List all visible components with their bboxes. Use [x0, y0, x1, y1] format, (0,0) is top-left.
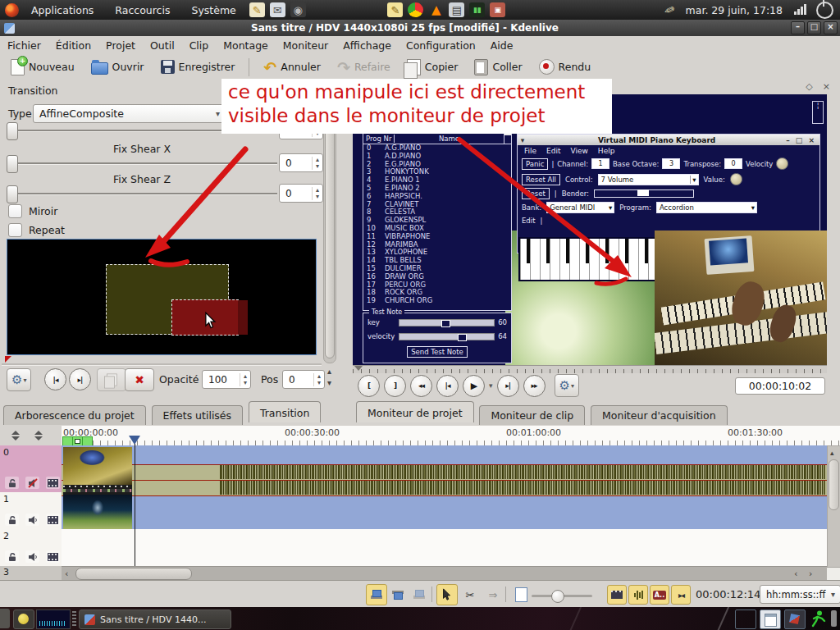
video-track-icon[interactable]	[46, 550, 60, 563]
delete-keyframe-button[interactable]: ✖	[125, 368, 154, 391]
track-header-0[interactable]: 0	[0, 445, 62, 493]
fast-forward-button[interactable]: ▸▸	[523, 375, 546, 397]
mute-icon[interactable]	[25, 477, 39, 489]
spacer-tool-button[interactable]: ⇒	[482, 584, 504, 605]
package-icon[interactable]: ▣	[490, 2, 505, 17]
timeline-properties-button[interactable]	[510, 584, 532, 605]
show-video-thumbnails-button[interactable]	[607, 585, 627, 605]
timeline-ruler[interactable]: 00:00:00:00 00:00:30:00 00:01:00:00 00:0…	[62, 426, 840, 446]
menu-montage[interactable]: Montage	[216, 37, 276, 54]
browser-icon[interactable]	[408, 2, 423, 17]
video-track-icon[interactable]	[46, 477, 60, 489]
insert-edit-button[interactable]	[387, 584, 409, 605]
redo-button[interactable]: ↷Refaire	[330, 58, 398, 76]
razor-tool-button[interactable]: ✂	[459, 584, 481, 605]
open-button[interactable]: Ouvrir	[84, 57, 152, 77]
video-track-icon[interactable]	[46, 514, 60, 526]
minimize-button[interactable]: –	[791, 21, 805, 34]
mirror-checkbox[interactable]	[8, 204, 22, 218]
add-keyframe-button[interactable]	[97, 368, 126, 391]
prev-keyframe-button[interactable]: |◂	[44, 368, 66, 390]
menu-applications[interactable]: Applications	[22, 0, 103, 20]
timecode-format-select[interactable]: hh:mm:ss::ff▾	[760, 585, 840, 604]
clock[interactable]: mar. 29 juin, 17:18	[686, 4, 783, 16]
repeat-checkbox[interactable]	[8, 223, 22, 237]
track-header-2[interactable]: 2	[0, 529, 62, 567]
printer-icon[interactable]: ▤	[449, 2, 464, 17]
tab-moniteur-clip[interactable]: Moniteur de clip	[479, 405, 585, 425]
tray-session-icon[interactable]	[809, 609, 827, 628]
save-button[interactable]: Enregistrer	[153, 57, 243, 76]
monitor-video-area[interactable]: ▾ Virtual MIDI Piano Keyboard – □ × File…	[353, 94, 827, 365]
scroll-left-icon[interactable]: ‹	[794, 568, 797, 579]
expand-tracks-icon[interactable]	[34, 431, 43, 441]
menu-projet[interactable]: Projet	[98, 37, 143, 54]
paste-button[interactable]: Coller	[467, 57, 529, 78]
snap-button[interactable]: ▸◂	[671, 585, 691, 605]
track-1-clip[interactable]	[62, 496, 827, 529]
monitor-config-button[interactable]: ⚙ ▾	[555, 374, 579, 397]
undo-button[interactable]: ↶Annuler	[256, 58, 328, 76]
system-monitor-icon[interactable]: ▮▮	[469, 2, 485, 17]
transition-scrollbar[interactable]	[323, 119, 336, 363]
set-out-button[interactable]: ]	[384, 375, 406, 397]
close-dock-icon[interactable]: ×	[823, 81, 830, 92]
track-header-1[interactable]: 1	[0, 492, 62, 530]
tab-arborescence[interactable]: Arborescence du projet	[3, 405, 146, 425]
render-button[interactable]: Rendu	[532, 57, 599, 77]
menu-affichage[interactable]: Affichage	[336, 37, 399, 54]
set-in-button[interactable]: [	[358, 375, 380, 397]
scroll-left-icon[interactable]: ‹	[65, 568, 68, 579]
distro-menu-icon[interactable]	[5, 3, 19, 17]
zone-marker[interactable]	[5, 356, 11, 363]
menu-aide[interactable]: Aide	[483, 37, 521, 54]
menu-fichier[interactable]: Fichier	[0, 37, 48, 54]
param2-slider[interactable]	[7, 155, 277, 171]
monitor-timecode[interactable]: 00:00:10:02	[735, 377, 825, 395]
power-icon[interactable]	[816, 2, 833, 19]
audio-clip-band[interactable]	[62, 464, 827, 496]
window-thumbnail[interactable]	[36, 609, 71, 629]
audio-icon[interactable]	[25, 514, 39, 526]
new-button[interactable]: +Nouveau	[3, 57, 82, 78]
menu-edition[interactable]: Édition	[48, 37, 98, 54]
maximize-button[interactable]: □	[807, 21, 821, 34]
tab-moniteur-projet[interactable]: Moniteur de projet	[356, 401, 474, 422]
menu-moniteur[interactable]: Moniteur	[276, 37, 336, 54]
play-button[interactable]: ▶	[463, 375, 485, 397]
rewind-button[interactable]: ◂◂	[410, 375, 432, 397]
window-titlebar[interactable]: Sans titre / HDV 1440x1080i 25 fps [modi…	[0, 20, 840, 36]
menu-outil[interactable]: Outil	[143, 37, 182, 54]
go-start-button[interactable]: |◂	[436, 375, 459, 397]
float-dock-icon[interactable]: ◇	[806, 81, 812, 92]
menu-clip[interactable]: Clip	[182, 37, 217, 54]
menu-raccourcis[interactable]: Raccourcis	[106, 0, 179, 20]
vlc-icon[interactable]: ▲	[428, 2, 444, 17]
insert-overwrite-button[interactable]	[366, 584, 387, 605]
tab-transition[interactable]: Transition	[249, 401, 321, 422]
transition-type-select[interactable]: AffineComposite▾	[33, 104, 226, 123]
panel-scroll-buttons[interactable]: ▴▾	[327, 367, 331, 387]
taskbar-task-kdenlive[interactable]: Sans titre / HDV 1440...	[79, 609, 231, 629]
panel-hide-button[interactable]	[0, 609, 10, 628]
lock-icon[interactable]	[5, 550, 19, 563]
lock-icon[interactable]	[5, 477, 19, 489]
timeline-vscrollbar[interactable]: ▴	[827, 445, 840, 568]
param3-spinbox[interactable]: 0 ▴▾	[279, 184, 323, 203]
close-button[interactable]: ×	[824, 21, 838, 34]
next-keyframe-button[interactable]: ▸|	[69, 368, 91, 390]
show-marker-comments-button[interactable]: A..	[650, 585, 669, 605]
opacity-spinbox[interactable]: 100 ▴▾	[202, 370, 251, 389]
select-tool-button[interactable]	[436, 584, 458, 605]
timeline-hscrollbar[interactable]: ‹ ‹ ›	[62, 566, 827, 581]
scroll-right-icon[interactable]: ›	[809, 568, 812, 579]
param2-spinbox[interactable]: 0 ▴▾	[279, 153, 323, 172]
lock-icon[interactable]	[5, 514, 19, 526]
menu-configuration[interactable]: Configuration	[399, 37, 483, 54]
network-signal-icon[interactable]	[794, 5, 806, 15]
show-desktop-button[interactable]	[13, 609, 34, 629]
extract-button[interactable]	[409, 584, 430, 605]
mail-icon[interactable]: ✉	[270, 2, 285, 17]
play-options-chevron[interactable]: ▾	[489, 381, 493, 390]
text-editor-icon[interactable]: ✎	[387, 2, 403, 17]
